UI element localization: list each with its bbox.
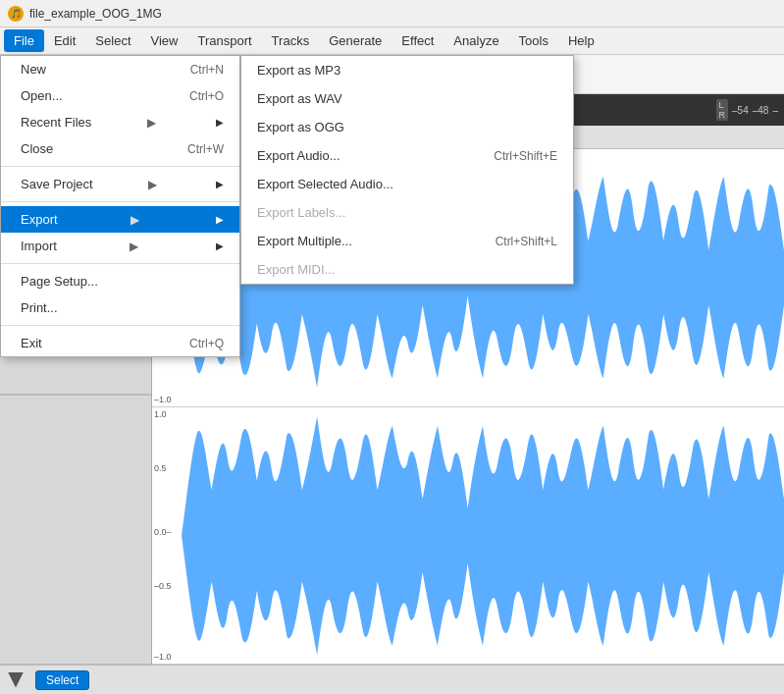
menu-transport[interactable]: Transport (187, 29, 261, 52)
menu-bar: File Edit Select View Transport Tracks G… (0, 27, 784, 55)
lr-badge: LR (716, 99, 729, 121)
menu-item-open[interactable]: Open... Ctrl+O (1, 82, 239, 109)
export-submenu: Export as MP3 Export as WAV Export as OG… (240, 55, 574, 285)
export-selected-audio[interactable]: Export Selected Audio... (241, 170, 573, 198)
menu-item-print[interactable]: Print... (1, 294, 239, 321)
menu-item-open-label: Open... (21, 88, 63, 103)
track-2-scale-neg-half: –0.5 (154, 581, 172, 591)
scale-neg54: –54 (732, 105, 749, 116)
menu-item-page-setup[interactable]: Page Setup... (1, 268, 239, 294)
menu-item-import-label: Import (21, 239, 57, 253)
menu-select[interactable]: Select (85, 29, 140, 52)
select-button[interactable]: Select (35, 670, 89, 690)
menu-item-export-label: Export (21, 212, 58, 227)
menu-item-new[interactable]: New Ctrl+N (1, 56, 239, 82)
track-2-scale-zero: 0.0– (154, 527, 172, 537)
menu-help[interactable]: Help (558, 29, 604, 52)
menu-file[interactable]: File (4, 29, 44, 52)
file-menu-sep-4 (1, 325, 239, 326)
track-2-info (0, 395, 151, 665)
export-ogg[interactable]: Export as OGG (241, 113, 573, 141)
menu-item-import-arrow: ▶ (130, 240, 138, 253)
menu-item-recent-label: Recent Files (21, 115, 91, 130)
export-multiple-shortcut: Ctrl+Shift+L (496, 235, 557, 248)
menu-item-print-label: Print... (21, 300, 58, 315)
export-multiple-label: Export Multiple... (257, 234, 352, 248)
menu-edit[interactable]: Edit (44, 29, 85, 52)
file-menu: New Ctrl+N Open... Ctrl+O Recent Files ▶… (0, 55, 240, 357)
menu-tools[interactable]: Tools (509, 29, 558, 52)
title-bar: 🎵 file_example_OOG_1MG (0, 0, 784, 27)
menu-item-open-shortcut: Ctrl+O (189, 89, 224, 103)
menu-item-close-shortcut: Ctrl+W (187, 142, 224, 156)
menu-analyze[interactable]: Analyze (444, 29, 508, 52)
export-audio-shortcut: Ctrl+Shift+E (494, 149, 557, 163)
export-midi: Export MIDI... (241, 255, 573, 284)
export-multiple[interactable]: Export Multiple... Ctrl+Shift+L (241, 227, 573, 255)
export-mp3-label: Export as MP3 (257, 63, 340, 78)
scale-tail: – (772, 105, 778, 116)
file-menu-sep-2 (1, 201, 239, 202)
menu-effect[interactable]: Effect (392, 29, 444, 52)
track-2-scale-top: 1.0 (154, 409, 167, 419)
menu-item-new-shortcut: Ctrl+N (190, 63, 224, 77)
menu-item-save-project[interactable]: Save Project ▶ (1, 171, 239, 197)
menu-tracks[interactable]: Tracks (262, 29, 320, 52)
track-2-scale-half: 0.5 (154, 463, 167, 473)
menu-item-save-project-label: Save Project (21, 177, 93, 191)
menu-item-new-label: New (21, 62, 46, 77)
menu-item-exit-label: Exit (21, 336, 42, 350)
export-labels: Export Labels... (241, 198, 573, 227)
arrow-icon (8, 672, 24, 688)
track-2-wave[interactable]: 1.0 0.5 0.0– –0.5 –1.0 (152, 407, 784, 666)
bottom-bar: Select (0, 665, 784, 694)
track-2-wave-svg (182, 407, 784, 665)
export-ogg-label: Export as OGG (257, 120, 344, 134)
menu-item-close[interactable]: Close Ctrl+W (1, 135, 239, 162)
track-2-scale-neg-one: –1.0 (154, 652, 172, 662)
title-text: file_example_OOG_1MG (29, 7, 162, 21)
menu-view[interactable]: View (141, 29, 188, 52)
app-icon: 🎵 (8, 6, 24, 22)
menu-item-page-setup-label: Page Setup... (21, 274, 98, 289)
file-menu-sep-1 (1, 166, 239, 167)
export-selected-audio-label: Export Selected Audio... (257, 177, 393, 191)
export-audio-label: Export Audio... (257, 148, 340, 163)
scale-neg48: –48 (753, 105, 769, 116)
menu-item-exit[interactable]: Exit Ctrl+Q (1, 330, 239, 356)
export-audio[interactable]: Export Audio... Ctrl+Shift+E (241, 141, 573, 170)
menu-item-recent-arrow: ▶ (147, 116, 156, 130)
menu-item-close-label: Close (21, 141, 53, 156)
menu-generate[interactable]: Generate (319, 29, 392, 52)
export-mp3[interactable]: Export as MP3 (241, 56, 573, 84)
menu-item-export-arrow: ▶ (131, 213, 139, 227)
menu-item-import[interactable]: Import ▶ (1, 233, 239, 259)
menu-item-save-project-arrow: ▶ (148, 178, 157, 191)
track-1-scale-neg-one: –1.0 (154, 395, 172, 404)
menu-item-recent[interactable]: Recent Files ▶ (1, 109, 239, 135)
export-midi-label: Export MIDI... (257, 262, 335, 277)
menu-item-export[interactable]: Export ▶ (1, 206, 239, 233)
export-wav[interactable]: Export as WAV (241, 84, 573, 113)
file-menu-sep-3 (1, 263, 239, 264)
export-labels-label: Export Labels... (257, 205, 345, 220)
export-wav-label: Export as WAV (257, 91, 342, 106)
menu-item-exit-shortcut: Ctrl+Q (189, 337, 224, 350)
